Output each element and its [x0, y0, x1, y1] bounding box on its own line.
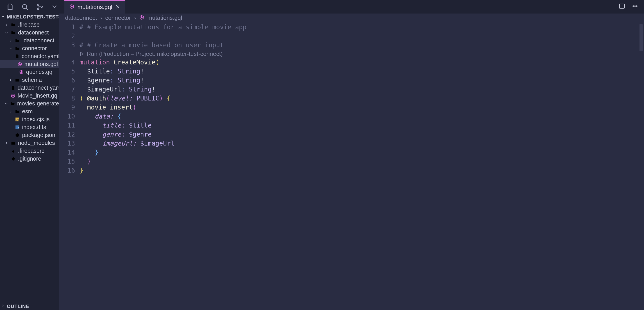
line-number: 11	[59, 121, 75, 130]
chevron-down-icon	[4, 31, 8, 35]
folder-yellow-icon	[11, 23, 16, 27]
code-line[interactable]: movie_insert(	[80, 103, 644, 112]
code-line[interactable]: data: {	[80, 112, 644, 121]
split-editor-icon[interactable]	[619, 3, 625, 11]
explorer-sidebar: MIKELOPSTER-TEST-CO... .firebasedataconn…	[0, 14, 59, 310]
svg-text:JS: JS	[16, 119, 19, 121]
svg-text:TS: TS	[16, 126, 19, 129]
chevron-right-icon	[8, 78, 12, 82]
breadcrumb-seg[interactable]: dataconnect	[65, 15, 97, 22]
close-icon[interactable]	[116, 4, 120, 10]
tree-folder[interactable]: dataconnect	[0, 29, 59, 37]
project-name: MIKELOPSTER-TEST-CO...	[7, 14, 59, 20]
tree-folder[interactable]: .dataconnect	[0, 37, 59, 44]
tree-item-label: node_modules	[18, 140, 55, 146]
tree-item-label: connector	[22, 45, 47, 52]
line-number: 3	[59, 41, 75, 50]
explorer-folder-header[interactable]: MIKELOPSTER-TEST-CO...	[0, 14, 59, 21]
tree-folder[interactable]: node_modules	[0, 139, 59, 147]
tree-file[interactable]: package.json	[0, 131, 59, 139]
code-content[interactable]: # # Example mutations for a simple movie…	[80, 22, 644, 310]
tab-label: mutations.gql	[78, 4, 112, 11]
tree-item-label: queries.gql	[26, 69, 54, 75]
tree-file[interactable]: queries.gql	[0, 68, 59, 76]
code-line[interactable]: $genre: String!	[80, 76, 644, 85]
tree-item-label: index.cjs.js	[22, 116, 50, 123]
line-number: 13	[59, 139, 75, 148]
activity-quick-icons	[0, 0, 64, 14]
code-line[interactable]: }	[80, 166, 644, 175]
chevron-right-icon	[8, 110, 12, 113]
folder-grey-icon	[15, 46, 20, 51]
chevron-down-icon	[4, 102, 8, 105]
tree-file[interactable]: Movie_insert.gql	[0, 92, 59, 100]
tree-file[interactable]: .firebaserc	[0, 147, 59, 155]
line-number: 7	[59, 85, 75, 94]
tree-item-label: dataconnect	[18, 29, 49, 36]
tree-item-label: dataconnect.yaml	[18, 85, 59, 91]
tree-item-label: connector.yaml	[22, 53, 59, 60]
chevron-right-icon: ›	[134, 15, 136, 22]
tab-mutations-gql[interactable]: mutations.gql	[64, 0, 125, 14]
code-line[interactable]: )	[80, 157, 644, 166]
code-line[interactable]: }	[80, 148, 644, 157]
tree-item-label: mutations.gql	[24, 61, 58, 67]
tree-folder[interactable]: schema	[0, 76, 59, 84]
breadcrumb-seg[interactable]: connector	[105, 15, 131, 22]
folder-grey-icon	[10, 101, 15, 106]
chevron-right-icon: ›	[100, 15, 102, 22]
tree-file[interactable]: mutations.gql	[0, 60, 59, 68]
folder-grey-icon	[15, 109, 20, 114]
file-red-icon	[11, 86, 15, 90]
code-line[interactable]: $title: String!	[80, 67, 644, 76]
line-number: 9	[59, 103, 75, 112]
tree-file[interactable]: TSindex.d.ts	[0, 123, 59, 131]
code-editor[interactable]: 12345678910111213141516 # # Example muta…	[59, 22, 644, 310]
tree-item-label: .dataconnect	[22, 37, 54, 44]
code-line[interactable]	[80, 32, 644, 41]
gql-icon	[11, 94, 15, 98]
code-line[interactable]: title: $title	[80, 121, 644, 130]
line-number: 5	[59, 67, 75, 76]
search-icon[interactable]	[21, 3, 28, 10]
outline-header[interactable]: OUTLINE	[0, 303, 59, 310]
chevron-right-icon	[1, 303, 5, 309]
tree-folder[interactable]: movies-generated	[0, 100, 59, 108]
file-red-icon	[15, 54, 19, 59]
code-line[interactable]: $imageUrl: String!	[80, 85, 644, 94]
tree-file[interactable]: dataconnect.yaml	[0, 84, 59, 92]
breadcrumb-seg[interactable]: mutations.gql	[147, 15, 182, 22]
ts-icon: TS	[15, 125, 20, 130]
code-line[interactable]: # # Example mutations for a simple movie…	[80, 23, 644, 32]
code-line[interactable]: ) @auth(level: PUBLIC) {	[80, 94, 644, 103]
more-icon[interactable]	[632, 3, 638, 11]
code-line[interactable]: mutation CreateMovie(	[80, 58, 644, 67]
code-line[interactable]: imageUrl: $imageUrl	[80, 139, 644, 148]
tree-folder[interactable]: connector	[0, 44, 59, 52]
tree-item-label: index.d.ts	[22, 124, 46, 130]
codelens-run[interactable]: Run (Production – Project: mikelopster-t…	[80, 50, 644, 58]
files-icon[interactable]	[6, 3, 14, 10]
chevron-right-icon	[4, 23, 8, 27]
breadcrumb[interactable]: dataconnect › connector › mutations.gql	[59, 14, 644, 22]
line-number: 2	[59, 32, 75, 41]
graphql-icon	[139, 15, 144, 22]
minimap-slider[interactable]	[640, 24, 643, 51]
fire-icon	[11, 149, 16, 153]
code-line[interactable]: # # Create a movie based on user input	[80, 41, 644, 50]
line-number-gutter: 12345678910111213141516	[59, 22, 80, 310]
source-control-icon[interactable]	[36, 3, 43, 10]
tree-folder[interactable]: .firebase	[0, 21, 59, 29]
line-number: 15	[59, 157, 75, 166]
tree-file[interactable]: connector.yaml	[0, 52, 59, 60]
code-line[interactable]: genre: $genre	[80, 130, 644, 139]
tree-item-label: package.json	[22, 132, 55, 138]
tree-file[interactable]: JSindex.cjs.js	[0, 115, 59, 123]
tree-item-label: esm	[22, 108, 33, 115]
tree-file[interactable]: .gitignore	[0, 155, 59, 163]
line-number: 1	[59, 23, 75, 32]
tree-folder[interactable]: esm	[0, 108, 59, 115]
js-icon: JS	[15, 117, 20, 122]
line-number: 4	[59, 58, 75, 67]
chevron-down-icon[interactable]	[51, 3, 58, 10]
